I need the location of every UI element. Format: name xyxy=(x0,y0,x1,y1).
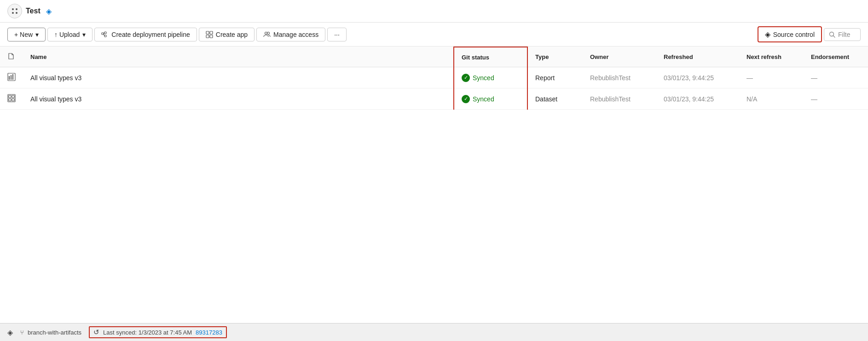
svg-rect-18 xyxy=(9,76,10,80)
row2-synced-icon: ✓ xyxy=(462,95,470,103)
col-header-git-status: Git status xyxy=(454,47,527,67)
row2-owner: RebublishTest xyxy=(583,88,656,110)
source-control-label: Source control xyxy=(773,31,815,38)
svg-rect-5 xyxy=(104,32,106,34)
report-icon xyxy=(7,73,16,81)
row2-share-icon[interactable]: ↗ xyxy=(87,94,96,104)
svg-line-8 xyxy=(104,34,104,36)
svg-point-1 xyxy=(16,8,17,10)
row1-icon-cell xyxy=(0,67,23,88)
more-button[interactable]: ··· xyxy=(327,28,347,41)
create-pipeline-label: Create deployment pipeline xyxy=(111,31,190,38)
create-pipeline-button[interactable]: Create deployment pipeline xyxy=(94,28,197,41)
col-header-owner: Owner xyxy=(583,47,656,67)
table-header-row: Name Git status Type Owner Refreshed Nex… xyxy=(0,47,868,67)
svg-point-14 xyxy=(267,32,270,34)
col-header-endorsement: Endorsement xyxy=(804,47,868,67)
svg-rect-9 xyxy=(206,31,209,34)
svg-rect-22 xyxy=(9,95,11,98)
svg-rect-11 xyxy=(206,35,209,38)
svg-rect-4 xyxy=(102,33,104,35)
row1-more-icon[interactable]: ··· xyxy=(113,73,122,82)
create-app-icon xyxy=(206,31,213,38)
row2-synced-badge: ✓ Synced xyxy=(462,95,520,103)
branch-section: ⑂ branch-with-artifacts xyxy=(20,329,81,336)
row1-synced-icon: ✓ xyxy=(462,74,470,82)
upload-button[interactable]: ↑ Upload ▾ xyxy=(47,28,93,41)
filter-label: Filte xyxy=(838,31,850,38)
row1-git-status-cell: ✓ Synced xyxy=(454,67,527,88)
commit-hash: 89317283 xyxy=(196,329,222,336)
row2-more-icon[interactable]: ··· xyxy=(113,94,122,104)
row1-owner: RebublishTest xyxy=(583,67,656,88)
svg-point-2 xyxy=(12,12,14,14)
file-icon xyxy=(7,53,15,60)
last-synced-label: Last synced: 1/3/2023 at 7:45 AM xyxy=(103,329,192,336)
svg-rect-12 xyxy=(210,35,213,38)
manage-access-icon xyxy=(263,31,271,38)
row1-share-icon[interactable]: ↗ xyxy=(87,73,96,82)
main-content: Name Git status Type Owner Refreshed Nex… xyxy=(0,47,868,323)
row1-next-refresh: — xyxy=(739,67,804,88)
create-app-button[interactable]: Create app xyxy=(199,28,255,41)
svg-rect-23 xyxy=(12,95,14,98)
new-dropdown-icon: ▾ xyxy=(35,31,39,38)
more-icon: ··· xyxy=(334,31,340,38)
svg-rect-6 xyxy=(104,35,106,37)
header-bar: Test ◈ xyxy=(0,0,868,23)
svg-rect-10 xyxy=(210,31,213,34)
svg-rect-20 xyxy=(12,74,13,80)
row2-git-status-cell: ✓ Synced xyxy=(454,88,527,110)
pipeline-icon xyxy=(101,31,109,38)
row1-refreshed: 03/01/23, 9:44:25 xyxy=(656,67,739,88)
row2-type: Dataset xyxy=(527,88,583,110)
workspace-title: Test xyxy=(26,7,41,15)
upload-label: ↑ Upload xyxy=(54,31,80,38)
row2-icon-cell xyxy=(0,88,23,110)
col-header-name: Name xyxy=(23,47,454,67)
row2-name: All visual types v3 xyxy=(30,95,81,103)
source-control-icon: ◈ xyxy=(765,30,770,39)
source-control-button[interactable]: ◈ Source control xyxy=(758,26,822,42)
svg-rect-25 xyxy=(12,99,14,101)
row1-type: Report xyxy=(527,67,583,88)
sync-status-section: ↺ Last synced: 1/3/2023 at 7:45 AM 89317… xyxy=(89,326,227,338)
col-header-type: Type xyxy=(527,47,583,67)
branch-name: branch-with-artifacts xyxy=(28,329,81,336)
dataset-icon xyxy=(7,94,16,102)
search-icon xyxy=(829,31,835,38)
svg-rect-24 xyxy=(9,99,11,101)
col-header-icon xyxy=(0,47,23,67)
row1-endorsement: — xyxy=(804,67,868,88)
upload-dropdown-icon: ▾ xyxy=(82,31,86,38)
row2-star-icon[interactable]: ☆ xyxy=(100,94,110,104)
svg-rect-19 xyxy=(11,75,12,80)
svg-point-0 xyxy=(12,8,14,10)
sync-icon: ↺ xyxy=(93,328,99,336)
items-table: Name Git status Type Owner Refreshed Nex… xyxy=(0,47,868,110)
row2-next-refresh: N/A xyxy=(739,88,804,110)
row1-star-icon[interactable]: ☆ xyxy=(100,73,110,82)
diamond-icon: ◈ xyxy=(46,7,52,16)
create-app-label: Create app xyxy=(216,31,248,38)
search-area[interactable]: Filte xyxy=(824,28,861,41)
svg-point-3 xyxy=(16,12,17,14)
workspace-icon xyxy=(7,4,22,18)
row2-endorsement: — xyxy=(804,88,868,110)
manage-access-label: Manage access xyxy=(273,31,318,38)
row1-git-status: Synced xyxy=(473,74,494,82)
row2-refreshed: 03/01/23, 9:44:25 xyxy=(656,88,739,110)
toolbar: + New ▾ ↑ Upload ▾ Create deployment pip… xyxy=(0,23,868,47)
row1-name: All visual types v3 xyxy=(30,74,81,82)
status-bar: ◈ ⑂ branch-with-artifacts ↺ Last synced:… xyxy=(0,323,868,341)
table-row: All visual types v3 ↗ ☆ ··· ✓ Synced Rep xyxy=(0,67,868,88)
new-button-label: + New xyxy=(14,31,33,38)
row2-name-cell: All visual types v3 ↗ ☆ ··· xyxy=(23,88,454,110)
col-header-refreshed: Refreshed xyxy=(656,47,739,67)
svg-line-16 xyxy=(833,35,835,37)
col-header-next-refresh: Next refresh xyxy=(739,47,804,67)
new-button[interactable]: + New ▾ xyxy=(7,28,46,41)
branch-icon: ⑂ xyxy=(20,329,24,336)
manage-access-button[interactable]: Manage access xyxy=(256,28,325,41)
row1-synced-badge: ✓ Synced xyxy=(462,74,520,82)
